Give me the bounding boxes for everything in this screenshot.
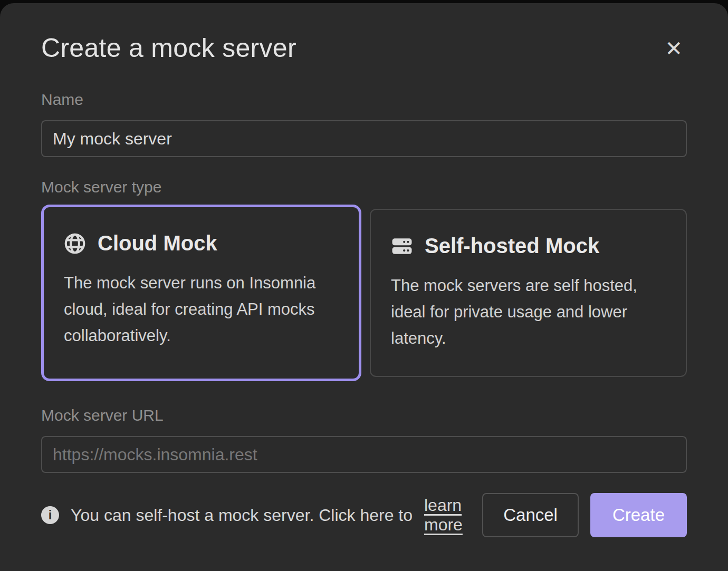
create-button[interactable]: Create xyxy=(590,493,687,537)
server-icon xyxy=(391,235,413,257)
self-hosted-mock-title: Self-hosted Mock xyxy=(425,234,599,258)
self-hosted-mock-card-header: Self-hosted Mock xyxy=(391,234,666,258)
dialog-header: Create a mock server ✕ xyxy=(41,33,687,63)
self-hosted-mock-description: The mock servers are self hosted, ideal … xyxy=(391,273,666,352)
dialog-footer: i You can self-host a mock server. Click… xyxy=(41,493,687,537)
mock-type-options: Cloud Mock The mock server runs on Insom… xyxy=(41,205,687,381)
info-icon: i xyxy=(41,506,59,524)
url-section: Mock server URL xyxy=(41,407,687,473)
cancel-button[interactable]: Cancel xyxy=(482,493,579,537)
dialog-title: Create a mock server xyxy=(41,33,296,63)
cloud-mock-description: The mock server runs on Insomnia cloud, … xyxy=(64,270,339,349)
name-section: Name xyxy=(41,91,687,157)
note-text: You can self-host a mock server. Click h… xyxy=(71,506,413,525)
globe-icon xyxy=(64,233,86,255)
create-mock-server-dialog: Create a mock server ✕ Name Mock server … xyxy=(0,3,728,571)
close-icon[interactable]: ✕ xyxy=(660,33,687,62)
mock-server-url-input[interactable] xyxy=(41,436,687,473)
mock-type-section: Mock server type Cloud Mock The mock ser… xyxy=(41,178,687,381)
self-hosted-mock-card[interactable]: Self-hosted Mock The mock servers are se… xyxy=(370,209,687,377)
name-label: Name xyxy=(41,91,687,109)
learn-more-link[interactable]: learn more xyxy=(424,496,482,535)
cloud-mock-card-header: Cloud Mock xyxy=(64,231,339,255)
mock-type-label: Mock server type xyxy=(41,178,687,196)
name-input[interactable] xyxy=(41,120,687,157)
cloud-mock-card[interactable]: Cloud Mock The mock server runs on Insom… xyxy=(41,205,361,381)
self-host-note: i You can self-host a mock server. Click… xyxy=(41,496,482,535)
cloud-mock-title: Cloud Mock xyxy=(98,231,217,255)
url-label: Mock server URL xyxy=(41,407,687,424)
